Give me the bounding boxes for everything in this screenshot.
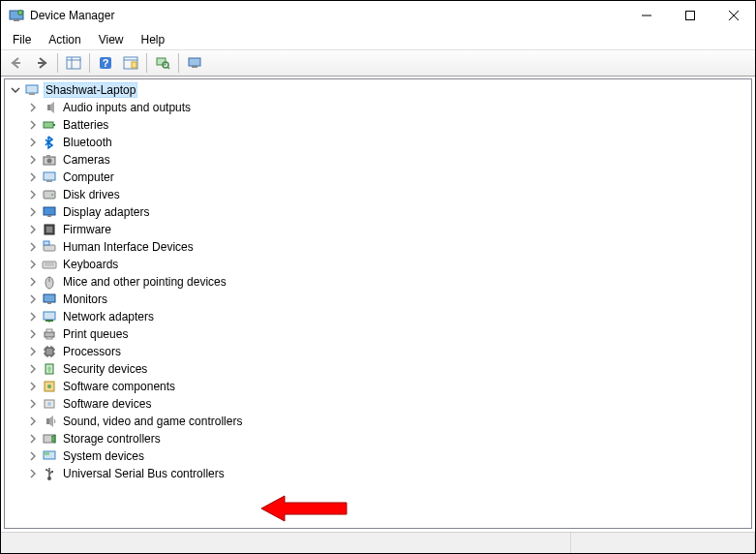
back-button[interactable] [5,51,28,75]
tree-item-label[interactable]: Computer [61,170,116,184]
tree-item-label[interactable]: Keyboards [61,258,120,271]
tree-item[interactable]: Keyboards [5,256,751,273]
menu-file[interactable]: File [5,31,39,48]
tree-item[interactable]: Display adapters [5,203,751,221]
expand-icon[interactable] [26,362,40,376]
tree-item[interactable]: Computer [5,169,751,186]
svg-rect-21 [192,66,197,68]
svg-rect-30 [44,172,55,180]
expand-icon[interactable] [26,345,40,358]
display-icon [42,204,57,220]
tree-item-label[interactable]: System devices [61,449,146,463]
tree-item[interactable]: Security devices [5,360,751,378]
tree-item-label[interactable]: Software devices [61,397,153,411]
scan-hardware-button[interactable] [151,51,174,75]
tree-item[interactable]: Processors [5,343,751,360]
tree-item[interactable]: Monitors [5,291,751,308]
expand-icon[interactable] [26,188,40,201]
tree-item[interactable]: Software devices [5,395,751,413]
monitor-icon [42,292,57,307]
show-hide-tree-button[interactable] [62,51,85,75]
expand-icon[interactable] [26,258,40,271]
devices-button[interactable] [183,51,206,75]
tree-item-label[interactable]: Network adapters [61,310,156,323]
tree-item[interactable]: Audio inputs and outputs [5,99,751,116]
expand-icon[interactable] [26,432,40,446]
svg-text:?: ? [103,57,109,69]
tree-item[interactable]: Sound, video and game controllers [5,413,751,430]
expand-icon[interactable] [26,310,40,323]
tree-item-label[interactable]: Display adapters [61,205,151,219]
help-button[interactable]: ? [94,51,117,75]
expand-icon[interactable] [26,153,40,167]
maximize-button[interactable] [668,1,711,30]
tree-item-label[interactable]: Processors [61,345,123,358]
expand-icon[interactable] [26,170,40,184]
tree-item-label[interactable]: Software components [61,380,177,393]
tree-item-label[interactable]: Security devices [61,362,149,376]
menu-action[interactable]: Action [41,31,88,48]
tree-item[interactable]: Storage controllers [5,430,751,447]
tree-root[interactable]: Shashwat-Laptop [5,81,751,99]
usb-icon [42,466,57,481]
collapse-icon[interactable] [9,83,22,97]
app-icon [9,8,24,23]
tree-item-label[interactable]: Bluetooth [61,136,114,149]
tree-item-label[interactable]: Disk drives [61,188,122,201]
tree-item-label[interactable]: Mice and other pointing devices [61,275,228,289]
tree-item[interactable]: Disk drives [5,186,751,203]
expand-icon[interactable] [26,223,40,236]
svg-point-66 [47,402,51,406]
tree-item-label[interactable]: Monitors [61,292,109,306]
tree-item[interactable]: Batteries [5,116,751,134]
svg-rect-17 [157,58,166,65]
tree-item[interactable]: System devices [5,447,751,465]
menu-view[interactable]: View [91,31,132,48]
menu-help[interactable]: Help [134,31,173,48]
expand-icon[interactable] [26,136,40,149]
forward-button[interactable] [30,51,53,75]
tree-item[interactable]: Software components [5,378,751,395]
svg-rect-26 [53,124,55,126]
expand-icon[interactable] [26,327,40,341]
tree-item-label[interactable]: Sound, video and game controllers [61,415,244,428]
properties-button[interactable] [119,51,142,75]
expand-icon[interactable] [26,118,40,132]
tree-item-label[interactable]: Firmware [61,223,113,236]
tree-item[interactable]: Firmware [5,221,751,238]
tree-item-label[interactable]: Human Interface Devices [61,240,196,254]
expand-icon[interactable] [26,449,40,463]
tree-item[interactable]: Network adapters [5,308,751,325]
svg-line-19 [167,67,169,69]
minimize-button[interactable] [624,1,668,30]
svg-rect-50 [45,332,54,337]
device-tree[interactable]: Shashwat-Laptop Audio inputs and outputs… [5,79,751,528]
tree-item-label[interactable]: Storage controllers [61,432,163,446]
tree-item[interactable]: Mice and other pointing devices [5,273,751,291]
tree-item[interactable]: Print queues [5,325,751,343]
tree-item-label[interactable]: Cameras [61,153,112,167]
expand-icon[interactable] [26,292,40,306]
status-cell [1,533,571,553]
expand-icon[interactable] [26,397,40,411]
expand-icon[interactable] [26,380,40,393]
tree-item[interactable]: Universal Serial Bus controllers [5,465,751,482]
tree-item-label[interactable]: Audio inputs and outputs [61,101,193,114]
toolbar-separator [57,53,58,73]
expand-icon[interactable] [26,415,40,428]
tree-item[interactable]: Cameras [5,151,751,169]
tree-item-label[interactable]: Batteries [61,118,110,132]
expand-icon[interactable] [26,205,40,219]
tree-item-label[interactable]: Universal Serial Bus controllers [61,467,227,480]
expand-icon[interactable] [26,275,40,289]
close-button[interactable] [711,1,755,30]
tree-item[interactable]: Human Interface Devices [5,238,751,256]
svg-rect-34 [44,207,55,215]
expand-icon[interactable] [26,467,40,480]
expand-icon[interactable] [26,240,40,254]
tree-item-label[interactable]: Print queues [61,327,130,341]
tree-item[interactable]: Bluetooth [5,134,751,151]
tree-root-label[interactable]: Shashwat-Laptop [44,82,137,98]
svg-point-73 [45,469,47,471]
expand-icon[interactable] [26,101,40,114]
